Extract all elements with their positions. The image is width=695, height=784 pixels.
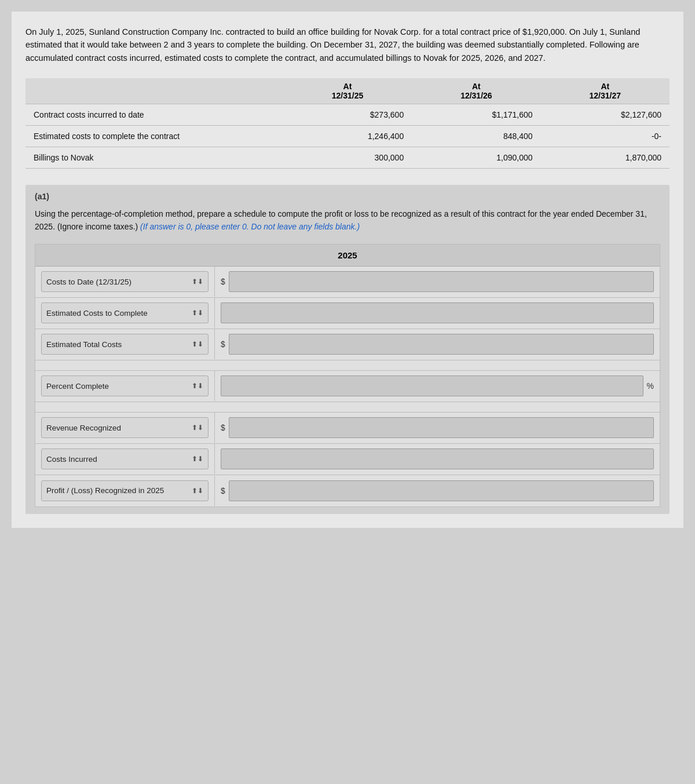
form-row-estimated-total-costs: Estimated Total Costs ⬆⬇ $ — [35, 329, 660, 360]
table-row: Contract costs incurred to date $273,600… — [25, 104, 670, 126]
form-label-cell: Estimated Costs to Complete ⬆⬇ — [35, 298, 215, 328]
estimated-costs-to-complete-input[interactable] — [221, 302, 654, 323]
row2-col3: -0- — [541, 126, 670, 147]
row2-col2: 848,400 — [412, 126, 540, 147]
form-label-cell: Costs Incurred ⬆⬇ — [35, 444, 215, 474]
revenue-recognized-label-box[interactable]: Revenue Recognized ⬆⬇ — [41, 417, 209, 438]
form-input-cell: $ — [215, 476, 660, 506]
percent-complete-input[interactable] — [221, 375, 643, 396]
percent-sign: % — [647, 381, 654, 391]
profit-loss-label: Profit / (Loss) Recognized in 2025 — [46, 486, 164, 495]
dollar-sign: $ — [221, 486, 225, 495]
form-input-cell: $ — [215, 329, 660, 359]
section-label: (a1) — [35, 192, 660, 201]
form-row-costs-to-date: Costs to Date (12/31/25) ⬆⬇ $ — [35, 267, 660, 298]
page-container: On July 1, 2025, Sunland Construction Co… — [12, 12, 683, 528]
table-header-col1: At 12/31/25 — [283, 78, 412, 104]
instruction-italic: (If answer is 0, please enter 0. Do not … — [140, 222, 360, 231]
row3-col3: 1,870,000 — [541, 147, 670, 169]
row2-col1: 1,246,400 — [283, 126, 412, 147]
intro-paragraph: On July 1, 2025, Sunland Construction Co… — [25, 25, 670, 64]
revenue-recognized-label: Revenue Recognized — [46, 424, 121, 432]
form-input-cell: $ — [215, 413, 660, 443]
costs-to-date-label: Costs to Date (12/31/25) — [46, 278, 131, 286]
chevron-icon: ⬆⬇ — [192, 424, 203, 432]
table-header-col2: At 12/31/26 — [412, 78, 540, 104]
chevron-icon: ⬆⬇ — [192, 455, 203, 463]
year-header: 2025 — [35, 245, 660, 267]
form-input-cell — [215, 444, 660, 474]
estimated-total-costs-label: Estimated Total Costs — [46, 340, 122, 349]
form-section: 2025 Costs to Date (12/31/25) ⬆⬇ $ — [35, 244, 660, 507]
estimated-costs-label-box[interactable]: Estimated Costs to Complete ⬆⬇ — [41, 302, 209, 323]
form-row-revenue-recognized: Revenue Recognized ⬆⬇ $ — [35, 413, 660, 444]
form-row-costs-incurred: Costs Incurred ⬆⬇ — [35, 444, 660, 475]
chevron-icon: ⬆⬇ — [192, 278, 203, 286]
row1-col3: $2,127,600 — [541, 104, 670, 126]
form-label-cell: Profit / (Loss) Recognized in 2025 ⬆⬇ — [35, 476, 215, 506]
form-input-cell: $ — [215, 267, 660, 297]
row2-label: Estimated costs to complete the contract — [25, 126, 283, 147]
form-input-cell — [215, 298, 660, 328]
table-row: Billings to Novak 300,000 1,090,000 1,87… — [25, 147, 670, 169]
form-label-cell: Revenue Recognized ⬆⬇ — [35, 413, 215, 443]
data-table: At 12/31/25 At 12/31/26 At 12/31/27 Cont… — [25, 78, 670, 169]
row1-label: Contract costs incurred to date — [25, 104, 283, 126]
chevron-icon: ⬆⬇ — [192, 340, 203, 348]
costs-incurred-input[interactable] — [221, 448, 654, 469]
estimated-costs-label: Estimated Costs to Complete — [46, 309, 148, 318]
form-label-cell: Estimated Total Costs ⬆⬇ — [35, 329, 215, 359]
row1-col2: $1,171,600 — [412, 104, 540, 126]
form-row-percent-complete: Percent Complete ⬆⬇ % — [35, 371, 660, 402]
spacer-row-2 — [35, 402, 660, 413]
row3-col2: 1,090,000 — [412, 147, 540, 169]
profit-loss-input[interactable] — [229, 480, 654, 501]
form-label-cell: Percent Complete ⬆⬇ — [35, 371, 215, 401]
instruction-text: Using the percentage-of-completion metho… — [35, 208, 660, 233]
profit-loss-label-box[interactable]: Profit / (Loss) Recognized in 2025 ⬆⬇ — [41, 480, 209, 501]
table-header-empty — [25, 78, 283, 104]
chevron-icon: ⬆⬇ — [192, 309, 203, 317]
section-a1: (a1) Using the percentage-of-completion … — [25, 185, 670, 513]
percent-complete-label: Percent Complete — [46, 382, 109, 391]
row3-label: Billings to Novak — [25, 147, 283, 169]
dollar-sign: $ — [221, 277, 225, 286]
estimated-total-costs-input[interactable] — [229, 334, 654, 355]
table-row: Estimated costs to complete the contract… — [25, 126, 670, 147]
percent-complete-label-box[interactable]: Percent Complete ⬆⬇ — [41, 375, 209, 396]
costs-to-date-input[interactable] — [229, 271, 654, 292]
chevron-icon: ⬆⬇ — [192, 487, 203, 495]
costs-incurred-label-box[interactable]: Costs Incurred ⬆⬇ — [41, 448, 209, 469]
form-row-profit-loss: Profit / (Loss) Recognized in 2025 ⬆⬇ $ — [35, 475, 660, 506]
form-input-cell: % — [215, 371, 660, 401]
form-row-estimated-costs-to-complete: Estimated Costs to Complete ⬆⬇ — [35, 298, 660, 329]
costs-to-date-label-box[interactable]: Costs to Date (12/31/25) ⬆⬇ — [41, 271, 209, 292]
dollar-sign: $ — [221, 340, 225, 349]
spacer-row — [35, 360, 660, 371]
row1-col1: $273,600 — [283, 104, 412, 126]
costs-incurred-label: Costs Incurred — [46, 455, 97, 464]
row3-col1: 300,000 — [283, 147, 412, 169]
chevron-icon: ⬆⬇ — [192, 382, 203, 390]
revenue-recognized-input[interactable] — [229, 417, 654, 438]
estimated-total-costs-label-box[interactable]: Estimated Total Costs ⬆⬇ — [41, 334, 209, 355]
table-header-col3: At 12/31/27 — [541, 78, 670, 104]
dollar-sign: $ — [221, 423, 225, 432]
form-label-cell: Costs to Date (12/31/25) ⬆⬇ — [35, 267, 215, 297]
